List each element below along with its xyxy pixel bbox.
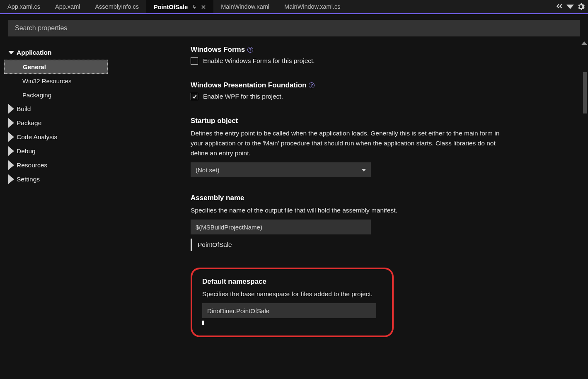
section-title: Startup object [191,117,238,125]
winforms-checkbox[interactable] [191,57,198,65]
help-icon[interactable]: ? [247,47,253,53]
tab-label: MainWindow.xaml [221,3,269,10]
chevron-right-icon [8,104,14,113]
highlight-default-namespace: Default namespace Specifies the base nam… [191,268,394,337]
tab-pointofsale[interactable]: PointOfSale [146,0,213,13]
tab-mainwindow-xaml[interactable]: MainWindow.xaml [213,0,277,13]
assembly-name-input[interactable] [191,220,371,234]
section-title: Assembly name [191,194,244,202]
scroll-thumb[interactable] [583,72,587,113]
resolved-value: PointOfSale [198,241,232,248]
help-icon[interactable]: ? [309,82,315,88]
sidebar-item-label: Win32 Resources [22,77,71,84]
sidebar-item-label: Packaging [22,92,51,99]
chevron-down-icon [8,51,14,54]
tab-label: MainWindow.xaml.cs [284,3,340,10]
scrollbar[interactable] [581,39,587,377]
section-startup-object: Startup object Defines the entry point t… [191,117,506,177]
sidebar-item-general[interactable]: General [4,60,108,74]
namespace-resolved-marker [202,321,204,325]
overflow-icon[interactable] [556,3,563,10]
tab-label: AssemblyInfo.cs [95,3,139,10]
sidebar-group-label: Resources [17,162,47,169]
tab-bar: App.xaml.cs App.xaml AssemblyInfo.cs Poi… [0,0,588,14]
sidebar-group-debug[interactable]: Debug [0,144,112,158]
scroll-up-icon[interactable] [581,39,587,45]
sidebar-group-build[interactable]: Build [0,102,112,116]
sidebar-group-label: Package [17,119,41,127]
sidebar-group-settings[interactable]: Settings [0,172,112,186]
main-panel: Windows Forms ? Enable Windows Forms for… [112,14,588,379]
sidebar-group-label: Debug [17,147,36,155]
dropdown-icon[interactable] [566,3,574,10]
section-wpf: Windows Presentation Foundation ? Enable… [191,81,506,100]
sidebar-group-label: Settings [17,176,40,183]
sidebar-group-label: Application [17,49,51,56]
section-default-namespace: Default namespace Specifies the base nam… [202,278,382,325]
tab-label: App.xaml [55,3,80,10]
tab-app-xaml-cs[interactable]: App.xaml.cs [0,0,48,13]
select-value: (Not set) [196,167,220,174]
section-title: Windows Forms [191,46,245,54]
section-description: Defines the entry point to be called whe… [191,128,506,158]
sidebar-group-resources[interactable]: Resources [0,158,112,172]
gear-icon[interactable] [577,3,585,10]
section-assembly-name: Assembly name Specifies the name of the … [191,194,506,251]
section-title: Default namespace [202,278,266,286]
chevron-right-icon [8,132,14,142]
chevron-right-icon [8,118,14,128]
sidebar-group-code-analysis[interactable]: Code Analysis [0,130,112,144]
assembly-name-resolved: PointOfSale [191,239,506,251]
sidebar-group-label: Code Analysis [17,133,57,141]
sidebar-group-package[interactable]: Package [0,116,112,130]
tab-app-xaml[interactable]: App.xaml [48,0,87,13]
section-description: Specifies the base namespace for files a… [202,289,382,299]
pin-icon[interactable] [192,5,197,10]
chevron-right-icon [8,160,14,170]
section-title: Windows Presentation Foundation [191,81,306,89]
wpf-checkbox[interactable] [191,93,198,100]
tab-label: PointOfSale [154,4,188,10]
sidebar-item-win32-resources[interactable]: Win32 Resources [0,74,112,88]
default-namespace-input[interactable] [202,303,376,318]
sidebar-item-packaging[interactable]: Packaging [0,88,112,102]
startup-object-select[interactable]: (Not set) [191,162,371,177]
section-windows-forms: Windows Forms ? Enable Windows Forms for… [191,46,506,65]
close-icon[interactable] [201,5,206,10]
checkbox-label: Enable WPF for this project. [203,93,283,100]
tab-mainwindow-xaml-cs[interactable]: MainWindow.xaml.cs [277,0,348,13]
chevron-right-icon [8,174,14,184]
chevron-right-icon [8,146,14,156]
section-description: Specifies the name of the output file th… [191,205,506,215]
tab-assemblyinfo-cs[interactable]: AssemblyInfo.cs [87,0,146,13]
sidebar-item-label: General [23,63,46,70]
checkbox-label: Enable Windows Forms for this project. [203,57,315,65]
sidebar: Application General Win32 Resources Pack… [0,14,112,379]
tab-label: App.xaml.cs [7,3,40,10]
sidebar-group-application[interactable]: Application [0,46,112,60]
chevron-down-icon [362,167,366,174]
tab-bar-controls [556,0,588,13]
sidebar-group-label: Build [17,105,31,113]
